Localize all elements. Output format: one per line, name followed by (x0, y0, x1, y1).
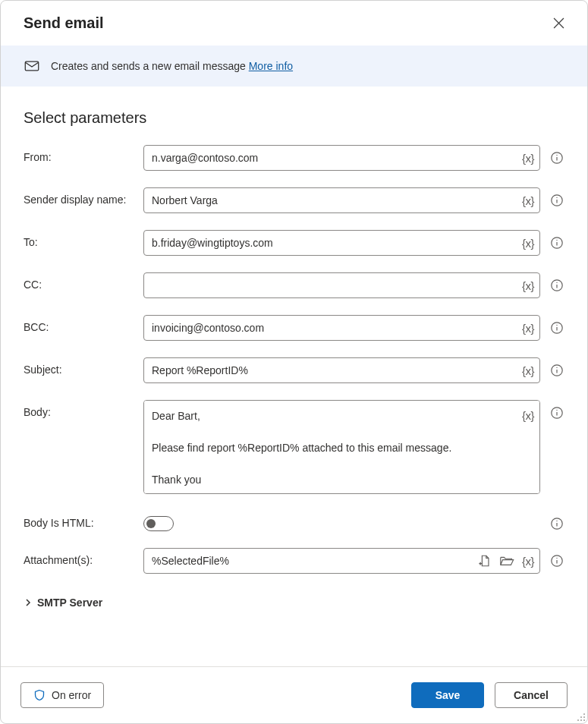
svg-point-3 (556, 155, 557, 156)
body-input[interactable] (143, 400, 540, 494)
svg-point-33 (583, 719, 585, 721)
svg-point-30 (583, 716, 585, 718)
svg-point-21 (556, 410, 557, 411)
info-icon[interactable] (549, 553, 564, 568)
mail-icon (24, 58, 40, 74)
row-to: To: {x} (24, 230, 564, 256)
info-icon[interactable] (549, 193, 564, 208)
variable-picker-icon[interactable]: {x} (520, 408, 536, 423)
subject-label: Subject: (24, 357, 143, 376)
save-button[interactable]: Save (411, 682, 484, 708)
svg-point-12 (556, 282, 557, 283)
variable-picker-icon[interactable]: {x} (520, 150, 536, 166)
svg-point-6 (556, 197, 557, 198)
row-body-is-html: Body Is HTML: (24, 511, 564, 531)
svg-rect-0 (25, 61, 38, 71)
svg-point-9 (556, 240, 557, 241)
resize-grip-icon[interactable] (577, 713, 586, 722)
close-icon (553, 17, 564, 29)
row-bcc: BCC: {x} (24, 315, 564, 341)
variable-picker-icon[interactable]: {x} (520, 363, 536, 379)
svg-point-32 (580, 719, 582, 721)
row-subject: Subject: {x} (24, 357, 564, 383)
row-from: From: {x} (24, 145, 564, 171)
svg-point-29 (580, 716, 582, 718)
send-email-dialog: Send email Creates and sends a new email… (0, 0, 588, 724)
svg-point-28 (583, 713, 585, 715)
svg-point-24 (556, 521, 557, 521)
subject-input[interactable] (143, 357, 540, 383)
variable-picker-icon[interactable]: {x} (520, 278, 536, 294)
dialog-header: Send email (1, 1, 587, 46)
cc-label: CC: (24, 272, 143, 291)
select-file-icon[interactable] (476, 552, 493, 569)
cancel-button[interactable]: Cancel (495, 682, 568, 708)
smtp-server-expander[interactable]: SMTP Server (24, 590, 564, 615)
sender-display-label: Sender display name: (24, 187, 143, 206)
from-input[interactable] (143, 145, 540, 171)
variable-picker-icon[interactable]: {x} (520, 235, 536, 251)
row-attachments: Attachment(s): (24, 548, 564, 574)
sender-display-input[interactable] (143, 187, 540, 213)
row-body: Body: {x} (24, 400, 564, 494)
svg-point-31 (577, 719, 579, 721)
svg-point-15 (556, 325, 557, 326)
info-icon[interactable] (549, 235, 564, 250)
on-error-label: On error (52, 689, 91, 701)
attachments-label: Attachment(s): (24, 548, 143, 566)
variable-picker-icon[interactable]: {x} (520, 553, 536, 569)
dialog-body: Select parameters From: {x} Sender displ… (1, 87, 587, 666)
variable-picker-icon[interactable]: {x} (520, 193, 536, 209)
parameters-section-title: Select parameters (24, 109, 564, 127)
svg-point-18 (556, 367, 557, 368)
banner-text: Creates and sends a new email message Mo… (51, 60, 293, 72)
bcc-input[interactable] (143, 315, 540, 341)
dialog-footer: On error Save Cancel (1, 666, 587, 723)
info-banner: Creates and sends a new email message Mo… (1, 46, 587, 87)
body-label: Body: (24, 400, 143, 418)
bcc-label: BCC: (24, 315, 143, 333)
info-icon[interactable] (549, 516, 564, 531)
on-error-button[interactable]: On error (20, 682, 104, 708)
variable-picker-icon[interactable]: {x} (520, 320, 536, 336)
to-input[interactable] (143, 230, 540, 256)
dialog-title: Send email (24, 14, 104, 32)
row-sender-display: Sender display name: {x} (24, 187, 564, 213)
from-label: From: (24, 145, 143, 163)
info-icon[interactable] (549, 405, 564, 420)
smtp-server-label: SMTP Server (37, 597, 102, 609)
cc-input[interactable] (143, 272, 540, 298)
row-cc: CC: {x} (24, 272, 564, 298)
info-icon[interactable] (549, 363, 564, 378)
info-icon[interactable] (549, 150, 564, 165)
close-button[interactable] (550, 14, 568, 32)
banner-text-content: Creates and sends a new email message (51, 60, 249, 72)
toggle-knob (146, 519, 156, 528)
info-icon[interactable] (549, 320, 564, 335)
more-info-link[interactable]: More info (249, 60, 293, 72)
body-is-html-toggle[interactable] (143, 516, 174, 531)
svg-point-27 (556, 558, 557, 559)
shield-icon (33, 689, 46, 701)
chevron-right-icon (24, 598, 33, 607)
body-is-html-label: Body Is HTML: (24, 511, 143, 529)
to-label: To: (24, 230, 143, 248)
info-icon[interactable] (549, 278, 564, 293)
browse-folder-icon[interactable] (498, 552, 516, 569)
